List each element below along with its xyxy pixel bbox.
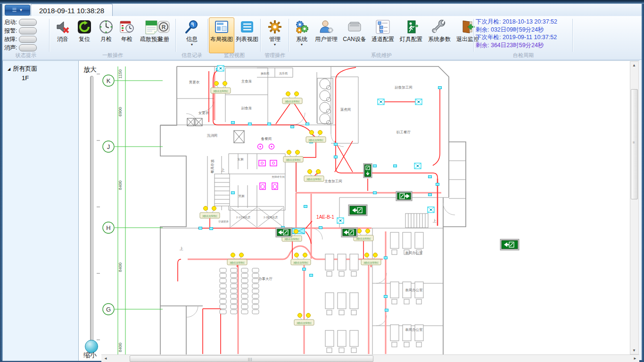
room-label: 上 bbox=[179, 247, 183, 251]
tree-expander-icon[interactable]: ◢ bbox=[8, 67, 10, 71]
chair bbox=[241, 310, 248, 314]
chair bbox=[252, 304, 259, 309]
scroll-up-arrow[interactable]: ▲ bbox=[632, 63, 636, 67]
group-label-general: 一般操作 bbox=[50, 52, 176, 59]
chevron-down-icon: ▼ bbox=[300, 43, 304, 46]
junction-box bbox=[436, 183, 439, 186]
room-label: 职工餐厅 bbox=[396, 130, 411, 134]
group-label-views: 监控视图 bbox=[208, 52, 261, 59]
junction-box bbox=[429, 176, 432, 178]
horizontal-scroll-thumb[interactable]: ||| bbox=[130, 355, 373, 362]
list-view-button[interactable]: 列表视图 bbox=[234, 17, 260, 53]
group-inforecord: i 信息 ▼ 信息记录 bbox=[176, 16, 208, 59]
chair bbox=[241, 289, 248, 293]
room-label: 副食加工间 bbox=[395, 85, 413, 90]
tab-title: 2018-09-11 10:38:28 bbox=[39, 7, 104, 15]
zoom-in-label: 放大 bbox=[79, 66, 101, 74]
system-params-button[interactable]: 系统参数 bbox=[425, 17, 454, 53]
chevron-down-icon: ▼ bbox=[19, 8, 23, 12]
monthly-check-button[interactable]: 月检 bbox=[95, 17, 117, 53]
desk bbox=[390, 282, 399, 298]
room-label: 男更衣 bbox=[189, 80, 200, 84]
reset-icon bbox=[77, 19, 92, 34]
can-device-button[interactable]: CAN设备 bbox=[340, 17, 369, 53]
chair bbox=[252, 294, 259, 298]
room-label: 洗消间 bbox=[207, 133, 218, 138]
status-start-label: 启动: bbox=[4, 18, 17, 26]
calendar-clock-icon bbox=[119, 19, 134, 34]
chair bbox=[252, 289, 259, 293]
lamp-config-button[interactable]: 灯具配置 bbox=[396, 17, 426, 53]
zoom-slider-track[interactable] bbox=[90, 76, 93, 354]
chair bbox=[231, 284, 237, 288]
exit-sign bbox=[276, 228, 292, 237]
chair bbox=[220, 268, 226, 272]
desk bbox=[350, 330, 358, 346]
chair bbox=[252, 284, 259, 288]
active-tab[interactable]: 2018-09-11 10:38:28 bbox=[31, 4, 113, 16]
horizontal-scrollbar[interactable]: ◄ ||| ► bbox=[101, 354, 639, 362]
exit-sign bbox=[363, 164, 372, 178]
group-label-status: 状态提示 bbox=[2, 52, 50, 59]
chair bbox=[231, 294, 237, 298]
junction-box bbox=[385, 309, 388, 312]
room-label: 蒸煮间 bbox=[340, 107, 351, 112]
group-views: 布局视图 列表视图 监控视图 bbox=[208, 16, 261, 59]
room-label: 2-1空调机房 bbox=[236, 216, 250, 219]
reset-button[interactable]: 复位 bbox=[73, 17, 96, 53]
exit-runner-icon bbox=[404, 19, 419, 34]
tree-node-1f[interactable]: 1F bbox=[22, 74, 78, 82]
room-label: 单间办公室 bbox=[405, 288, 423, 292]
vertical-scrollbar[interactable]: ▲ ≡ ▼ bbox=[630, 61, 639, 354]
junction-box bbox=[291, 126, 294, 128]
user-management-button[interactable]: 用户管理 bbox=[312, 17, 341, 53]
chair bbox=[252, 299, 259, 304]
junction-box bbox=[304, 206, 307, 208]
status-start-indicator bbox=[19, 19, 37, 26]
desk bbox=[338, 254, 346, 270]
group-label-manage: 管理操作 bbox=[261, 52, 289, 59]
desk bbox=[338, 293, 346, 309]
junction-box bbox=[303, 268, 306, 271]
lamp-tag-label: 消防应急照明灯 bbox=[286, 158, 301, 162]
status-alarm-label: 报警: bbox=[4, 27, 17, 35]
chair bbox=[231, 279, 237, 283]
scroll-left-arrow[interactable]: ◄ bbox=[104, 356, 107, 361]
ceiling-light bbox=[217, 66, 224, 71]
ceiling-light bbox=[378, 99, 384, 105]
user-gear-icon bbox=[319, 19, 334, 34]
floorplan-canvas[interactable]: KJHG115069008400840084001AE-B-1消防应急照明灯消防… bbox=[101, 60, 639, 355]
window-top-border bbox=[0, 0, 644, 4]
yearly-check-button[interactable]: 年检 bbox=[116, 17, 138, 53]
register-button[interactable]: R 注册 bbox=[152, 17, 175, 53]
layout-view-icon bbox=[214, 19, 229, 34]
channel-config-button[interactable]: 通道配置 bbox=[368, 17, 397, 53]
chair bbox=[252, 273, 259, 278]
application-menu-button[interactable]: ☰ ▼ bbox=[5, 5, 30, 16]
tree-node-all-pages[interactable]: ◢ 所有页面 bbox=[8, 65, 78, 73]
manage-button[interactable]: 管理 ▼ bbox=[264, 17, 286, 53]
next-monthly-check: 下次月检: 2018-10-13 20:37:52 bbox=[476, 18, 557, 26]
scroll-right-arrow[interactable]: ► bbox=[633, 356, 637, 361]
chair bbox=[220, 289, 226, 293]
exit-sign bbox=[500, 239, 519, 250]
info-button[interactable]: i 信息 ▼ bbox=[181, 17, 203, 53]
status-mute-indicator bbox=[19, 44, 37, 51]
junction-box bbox=[319, 227, 322, 229]
exit-sign bbox=[341, 228, 357, 237]
layout-view-button[interactable]: 布局视图 bbox=[209, 17, 234, 53]
speaker-mute-icon bbox=[55, 19, 70, 34]
mute-sound-button[interactable]: 消音 bbox=[51, 17, 74, 53]
lamp-tag-label: 消防应急照明灯 bbox=[202, 214, 218, 218]
lamp-tag-label: 消防应急照明灯 bbox=[285, 100, 300, 103]
chair bbox=[241, 299, 248, 304]
desk bbox=[350, 254, 358, 270]
system-button[interactable]: 系统 ▼ bbox=[291, 17, 313, 53]
chair bbox=[252, 279, 259, 283]
desk bbox=[390, 325, 399, 341]
scroll-down-arrow[interactable]: ▼ bbox=[632, 348, 636, 353]
junction-box bbox=[384, 296, 388, 298]
junction-box bbox=[373, 192, 377, 194]
vertical-scroll-thumb[interactable]: ≡ bbox=[631, 89, 638, 199]
wire bbox=[336, 67, 438, 226]
